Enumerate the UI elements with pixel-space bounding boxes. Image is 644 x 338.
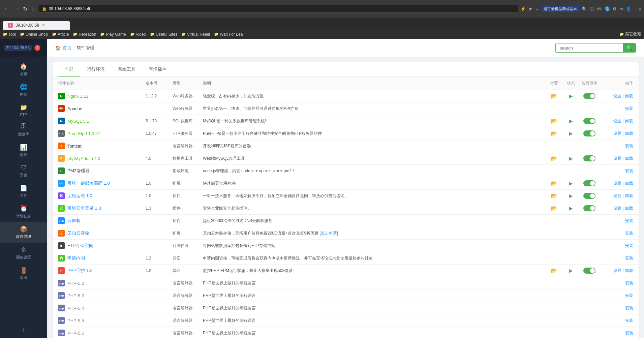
back-button[interactable]: ← bbox=[3, 5, 11, 13]
software-status[interactable]: ▶ bbox=[562, 206, 579, 211]
sidebar-item-database[interactable]: 🗄 数据库 bbox=[0, 120, 47, 140]
sidebar-item-security[interactable]: 🛡 安全 bbox=[0, 161, 47, 181]
install-button[interactable]: 安装 bbox=[625, 168, 633, 174]
software-homepage[interactable] bbox=[579, 180, 600, 186]
grid-icon[interactable]: ◫ bbox=[590, 6, 594, 11]
software-homepage[interactable] bbox=[579, 93, 600, 99]
toggle-switch[interactable] bbox=[583, 93, 595, 99]
lightning-icon[interactable]: ⚡ bbox=[520, 6, 526, 11]
software-pos[interactable]: 📂 bbox=[546, 118, 562, 124]
software-status[interactable]: ▶ bbox=[562, 131, 579, 136]
bookmark-item-usefulsites[interactable]: 📁 Useful Sites bbox=[150, 32, 177, 37]
folder-icon-btn[interactable]: 📂 bbox=[551, 118, 557, 124]
play-icon-btn[interactable]: ▶ bbox=[569, 206, 573, 211]
software-homepage[interactable] bbox=[579, 268, 600, 274]
software-status[interactable]: ▶ bbox=[562, 181, 579, 186]
tab-runtime[interactable]: 运行环境 bbox=[80, 62, 111, 77]
chevron-icon[interactable]: ⌄ bbox=[535, 6, 539, 11]
star-icon[interactable]: ★ bbox=[528, 6, 532, 11]
tab-close-icon[interactable]: ✕ bbox=[42, 23, 45, 28]
menu-icon[interactable]: ≡ bbox=[639, 6, 641, 11]
bookmark-item-online-shop[interactable]: 📁 Online Shop bbox=[20, 32, 48, 37]
toggle-switch[interactable] bbox=[583, 130, 595, 136]
install-button[interactable]: 安装 bbox=[625, 243, 633, 249]
install-button[interactable]: 安装 bbox=[625, 231, 633, 236]
folder-icon-btn[interactable]: 📂 bbox=[551, 193, 557, 199]
settings-link[interactable]: 设置 bbox=[613, 268, 621, 274]
toggle-switch[interactable] bbox=[583, 155, 595, 161]
bookmark-item-other[interactable]: 📁 某它收藏 bbox=[619, 31, 641, 37]
tab-system-tools[interactable]: 系统工具 bbox=[111, 62, 142, 77]
software-status[interactable]: ▶ bbox=[562, 93, 579, 99]
mail-icon[interactable]: ✉ bbox=[619, 6, 623, 11]
play-icon-btn[interactable]: ▶ bbox=[569, 156, 573, 161]
software-status[interactable]: ▶ bbox=[562, 118, 579, 124]
software-homepage[interactable] bbox=[579, 155, 600, 161]
software-homepage[interactable] bbox=[579, 193, 600, 199]
download-icon[interactable]: ↓ bbox=[634, 6, 636, 11]
software-pos[interactable]: 📂 bbox=[546, 155, 562, 162]
sidebar-item-monitor[interactable]: 📊 监控 bbox=[0, 140, 47, 161]
sidebar-item-logout[interactable]: 🚪 退出 bbox=[0, 263, 47, 284]
settings-link[interactable]: 设置 bbox=[613, 193, 621, 199]
uninstall-link[interactable]: 卸载 bbox=[625, 156, 633, 161]
play-icon-btn[interactable]: ▶ bbox=[569, 131, 573, 136]
folder-icon-btn[interactable]: 📂 bbox=[551, 268, 557, 274]
software-homepage[interactable] bbox=[579, 205, 600, 211]
sidebar-item-files[interactable]: 📄 文件 bbox=[0, 181, 47, 202]
tab-all[interactable]: 全部 bbox=[58, 62, 80, 77]
apply-link[interactable]: [点击申请] bbox=[319, 231, 338, 236]
toggle-switch[interactable] bbox=[583, 193, 595, 199]
software-pos[interactable]: 📂 bbox=[546, 180, 562, 187]
settings-link[interactable]: 设置 bbox=[613, 156, 621, 161]
play-icon-btn[interactable]: ▶ bbox=[569, 193, 573, 198]
install-button[interactable]: 安装 bbox=[625, 330, 633, 336]
install-button[interactable]: 安装 bbox=[625, 143, 633, 149]
software-homepage[interactable] bbox=[579, 130, 600, 136]
bookmark-item-playgame[interactable]: 📁 Play Game bbox=[100, 32, 126, 37]
game-icon[interactable]: 🎮 bbox=[596, 6, 602, 11]
settings-link[interactable]: 设置 bbox=[613, 206, 621, 211]
search-icon[interactable]: 🔍 bbox=[582, 6, 587, 11]
settings-link[interactable]: 设置 bbox=[613, 118, 621, 124]
extension-label[interactable]: 超可爱极品养成副本 bbox=[542, 6, 579, 12]
install-button[interactable]: 安装 bbox=[625, 293, 633, 299]
sidebar-item-software[interactable]: 📦 软件管理 bbox=[0, 222, 47, 243]
uninstall-link[interactable]: 卸载 bbox=[625, 93, 633, 99]
bookmark-item-recreation[interactable]: 📁 Rereation bbox=[73, 32, 96, 37]
software-pos[interactable]: 📂 bbox=[546, 193, 562, 199]
bookmark-item-video[interactable]: 📁 Video bbox=[130, 32, 146, 37]
search-button[interactable]: 🔍 bbox=[623, 43, 636, 52]
uninstall-link[interactable]: 卸载 bbox=[625, 193, 633, 199]
play-icon-btn[interactable]: ▶ bbox=[569, 118, 573, 124]
install-button[interactable]: 安装 bbox=[625, 318, 633, 324]
software-pos[interactable]: 📂 bbox=[546, 93, 562, 99]
tab-bt-plugins[interactable]: 宝塔插件 bbox=[142, 62, 173, 77]
settings-link[interactable]: 设置 bbox=[613, 93, 621, 99]
install-button[interactable]: 安装 bbox=[625, 218, 633, 224]
software-homepage[interactable] bbox=[579, 118, 600, 124]
search-input[interactable] bbox=[556, 44, 623, 52]
toggle-switch[interactable] bbox=[583, 205, 595, 211]
sidebar-item-settings[interactable]: ⚙ 面板设置 bbox=[0, 243, 47, 263]
software-pos[interactable]: 📂 bbox=[546, 130, 562, 137]
folder-icon-btn[interactable]: 📂 bbox=[551, 180, 557, 187]
install-button[interactable]: 安装 bbox=[625, 305, 633, 311]
globe-icon[interactable]: 🌎 bbox=[605, 6, 610, 11]
install-button[interactable]: 安装 bbox=[625, 255, 633, 261]
settings-link[interactable]: 设置 bbox=[613, 131, 621, 136]
uninstall-link[interactable]: 卸载 bbox=[625, 118, 633, 124]
play-icon-btn[interactable]: ▶ bbox=[569, 268, 573, 273]
uninstall-link[interactable]: 卸载 bbox=[625, 268, 633, 274]
settings-link[interactable]: 设置 bbox=[613, 181, 621, 186]
install-button[interactable]: 安装 bbox=[625, 280, 633, 286]
toggle-switch[interactable] bbox=[583, 180, 595, 186]
sidebar-item-website[interactable]: 🌐 网站 bbox=[0, 80, 47, 100]
uninstall-link[interactable]: 卸载 bbox=[625, 206, 633, 211]
bookmark-item-article[interactable]: 📁 Article bbox=[52, 32, 69, 37]
software-status[interactable]: ▶ bbox=[562, 193, 579, 198]
sidebar-item-cron[interactable]: ⏰ 计划任务 bbox=[0, 202, 47, 222]
software-pos[interactable]: 📂 bbox=[546, 268, 562, 274]
bookmark-item-tool[interactable]: 📁 Tool bbox=[3, 32, 16, 37]
install-button[interactable]: 安装 bbox=[625, 106, 633, 112]
